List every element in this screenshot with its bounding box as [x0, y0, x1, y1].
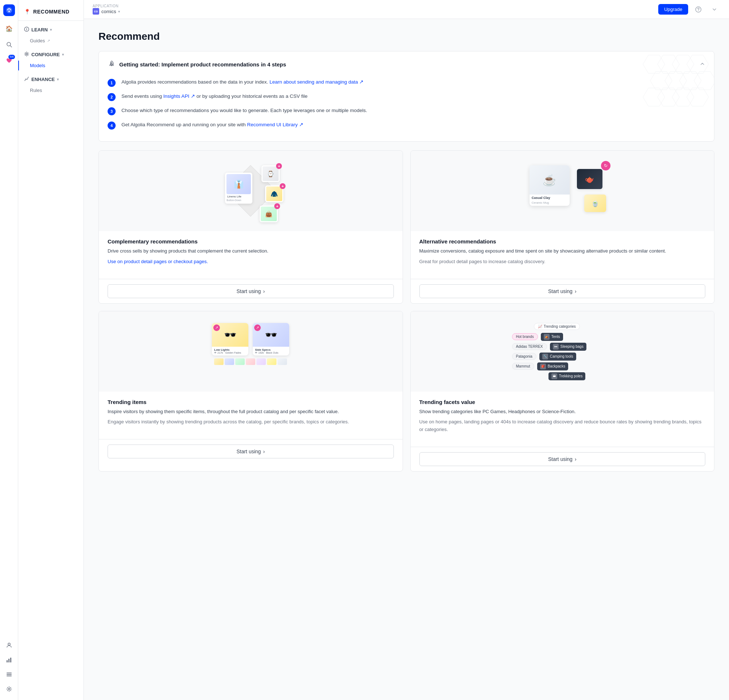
brand-name: RECOMMEND — [33, 9, 70, 15]
svg-rect-7 — [7, 672, 12, 673]
sidebar-section-enhance-header[interactable]: ENHANCE ▾ — [18, 73, 84, 85]
svg-point-10 — [8, 688, 10, 690]
learn-chevron: ▾ — [50, 28, 52, 32]
complementary-desc: Drive cross sells by showing products th… — [107, 247, 394, 255]
step-4-link[interactable]: Recommend UI Library ↗ — [247, 122, 304, 127]
list-icon[interactable] — [3, 668, 16, 681]
models-label: Models — [30, 63, 45, 68]
card-trending-facets: 📈 Trending categories Hot brands ⛺ Tents — [410, 311, 715, 472]
facets-title: Trending categories — [544, 325, 576, 329]
app-name: comics — [102, 9, 116, 14]
svg-point-1 — [9, 10, 10, 12]
enhance-icon — [24, 76, 29, 83]
enhance-chevron: ▾ — [57, 77, 59, 81]
step-1-text: Algolia provides recommendations based o… — [122, 79, 364, 86]
brand-pin-icon: 📍 — [24, 9, 30, 15]
step-3-num: 3 — [107, 107, 116, 115]
step-4: 4 Get Algolia Recommend up and running o… — [107, 118, 705, 132]
sidebar-section-configure-header[interactable]: CONFIGURE ▾ — [18, 48, 84, 61]
chart-icon[interactable] — [3, 653, 16, 667]
svg-rect-8 — [7, 674, 12, 675]
complementary-start-button[interactable]: Start using › — [107, 284, 394, 298]
sidebar-item-rules[interactable]: Rules — [18, 85, 84, 95]
complementary-card-body: Complementary recommendations Drive cros… — [99, 231, 402, 279]
sidebar-section-enhance: ENHANCE ▾ Rules — [18, 73, 84, 95]
svg-point-12 — [26, 53, 28, 55]
search-icon[interactable] — [3, 38, 16, 51]
step-2-link[interactable]: Insights API ↗ — [163, 93, 195, 99]
sidebar-section-learn-header[interactable]: LEARN ▾ — [18, 24, 84, 36]
upgrade-button[interactable]: Upgrade — [658, 4, 688, 15]
app-icon: co — [93, 8, 99, 15]
trending-facets-start-button[interactable]: Start using › — [420, 452, 706, 466]
application-label: Application — [93, 4, 120, 8]
topbar: Application co comics ▾ Upgrade — [84, 0, 729, 19]
step-1-num: 1 — [107, 79, 116, 87]
nav-badge: 5/6 — [9, 55, 15, 59]
home-icon[interactable]: 🏠 — [3, 22, 16, 35]
alternative-start-button[interactable]: Start using › — [420, 284, 706, 298]
page-title: Recommend — [99, 31, 714, 42]
trending-items-start-button[interactable]: Start using › — [107, 445, 394, 458]
getting-started-title-text: Getting started: Implement product recom… — [119, 61, 286, 67]
svg-rect-6 — [10, 658, 11, 662]
sidebar-brand: 📍 RECOMMEND — [18, 6, 84, 21]
configure-chevron: ▾ — [62, 52, 64, 57]
content-area: Recommend — [84, 19, 729, 700]
complementary-title: Complementary recommendations — [107, 238, 394, 244]
sidebar-item-models[interactable]: Models — [18, 61, 84, 70]
trending-facets-desc: Show trending categories like PC Games, … — [420, 408, 706, 416]
sidebar-item-guides[interactable]: Guides ↗ — [18, 36, 84, 46]
step-3: 3 Choose which type of recommendations y… — [107, 104, 705, 118]
bottom-icon-group — [3, 639, 16, 696]
configure-icon — [24, 51, 29, 58]
step-1: 1 Algolia provides recommendations based… — [107, 76, 705, 90]
svg-point-27 — [111, 63, 112, 64]
step-1-link[interactable]: Learn about sending and managing data ↗ — [270, 79, 364, 85]
sidebar: 📍 RECOMMEND LEARN ▾ Guides ↗ — [18, 0, 84, 700]
trending-items-card-footer: Start using › — [99, 439, 402, 464]
svg-point-14 — [698, 10, 699, 11]
arrow-icon-alt: › — [575, 288, 577, 294]
trending-items-start-label: Start using — [236, 448, 261, 454]
step-2-num: 2 — [107, 93, 116, 101]
svg-point-0 — [6, 7, 12, 13]
svg-rect-9 — [7, 675, 12, 676]
settings-icon[interactable] — [3, 683, 16, 696]
getting-started-header: Getting started: Implement product recom… — [107, 60, 705, 68]
sidebar-section-configure: CONFIGURE ▾ Models — [18, 48, 84, 70]
help-icon[interactable] — [693, 4, 704, 15]
trending-facets-start-label: Start using — [548, 456, 572, 462]
external-link-icon: ↗ — [47, 39, 50, 43]
trending-facets-title: Trending facets value — [420, 399, 706, 405]
trending-items-note: Engage visitors instantly by showing tre… — [107, 418, 394, 426]
complementary-note: Use on product detail pages or checkout … — [107, 258, 394, 266]
topbar-left: Application co comics ▾ — [93, 4, 120, 15]
trending-items-illustration: 🕶️ ↗ Low Lights 👁217k·Golden Fades — [99, 311, 402, 391]
topbar-right: Upgrade — [658, 4, 720, 15]
rules-label: Rules — [30, 87, 42, 93]
menu-chevron-icon[interactable] — [709, 4, 720, 15]
svg-point-3 — [8, 643, 10, 645]
card-grid: 👔 Linens Life Button-Down ⌚ + 🧥 — [99, 150, 714, 472]
step-3-text: Choose which type of recommendations you… — [122, 107, 367, 114]
step-4-text: Get Algolia Recommend up and running on … — [122, 121, 304, 128]
trending-items-card-body: Trending items Inspire visitors by showi… — [99, 391, 402, 440]
svg-rect-5 — [9, 659, 9, 662]
alternative-title: Alternative recommendations — [420, 238, 706, 244]
alternative-illustration: ↻ ☕ Casual Clay Ceramic Mug 🫖 — [411, 151, 714, 231]
svg-marker-22 — [694, 71, 714, 90]
getting-started-title: Getting started: Implement product recom… — [107, 60, 286, 68]
complementary-card-footer: Start using › — [99, 279, 402, 303]
app-logo[interactable] — [3, 4, 15, 16]
person-icon[interactable] — [3, 639, 16, 652]
rocket-icon — [107, 60, 116, 68]
sidebar-section-learn: LEARN ▾ Guides ↗ — [18, 24, 84, 46]
alternative-card-body: Alternative recommendations Maximize con… — [411, 231, 714, 279]
alternative-card-footer: Start using › — [411, 279, 714, 303]
hex-decoration — [634, 51, 714, 161]
app-selector[interactable]: co comics ▾ — [93, 8, 120, 15]
recommend-nav-icon[interactable]: 5/6 — [3, 54, 16, 67]
trending-facets-card-footer: Start using › — [411, 447, 714, 471]
configure-label: CONFIGURE — [31, 52, 60, 57]
